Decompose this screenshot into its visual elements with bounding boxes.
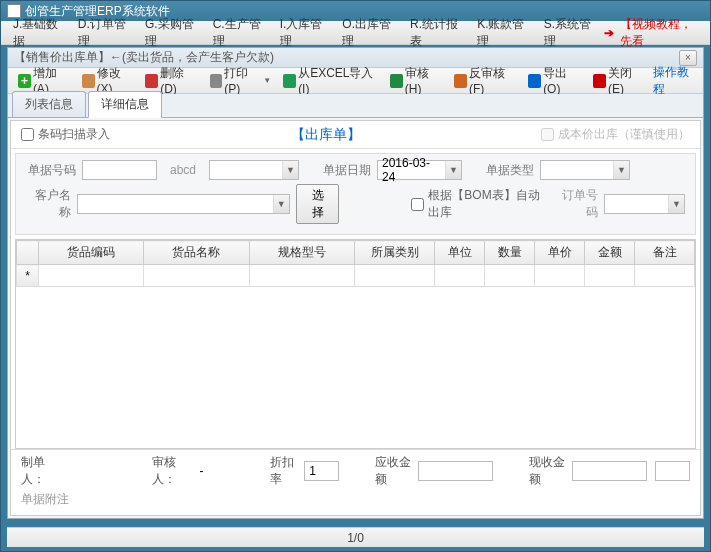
- pencil-icon: [82, 74, 95, 88]
- received-input[interactable]: [572, 461, 647, 481]
- customer-combo[interactable]: ▼: [77, 194, 290, 214]
- chevron-down-icon: ▼: [668, 195, 684, 213]
- document-title: 【出库单】: [110, 126, 541, 144]
- col-product-code[interactable]: 货品编码: [39, 241, 144, 265]
- type-label: 单据类型: [484, 162, 534, 179]
- receivable-input[interactable]: [418, 461, 493, 481]
- close-button[interactable]: 关闭(E): [589, 63, 649, 98]
- tutorial-link[interactable]: 操作教程: [653, 64, 697, 98]
- status-bar: 1/0: [7, 527, 704, 547]
- auditor-value: -: [200, 464, 204, 478]
- col-price[interactable]: 单价: [535, 241, 585, 265]
- printer-icon: [210, 74, 223, 88]
- header-row: 条码扫描录入 【出库单】 成本价出库（谨慎使用）: [11, 121, 700, 149]
- tab-detail-info[interactable]: 详细信息: [88, 91, 162, 118]
- row-header-corner: [17, 241, 39, 265]
- uncheck-icon: [454, 74, 467, 88]
- content-panel: 条码扫描录入 【出库单】 成本价出库（谨慎使用） 单据号码 abcd ▼ 单据日…: [10, 120, 701, 516]
- type-combo[interactable]: ▼: [540, 160, 630, 180]
- date-label: 单据日期: [321, 162, 371, 179]
- cost-checkbox: [541, 128, 554, 141]
- received-label: 现收金额: [529, 454, 568, 488]
- footer-form: 制单人： 审核人：- 折扣率 应收金额 现收金额 单据附注: [11, 449, 700, 515]
- auditor-label: 审核人：: [152, 454, 196, 488]
- barcode-checkbox[interactable]: [21, 128, 34, 141]
- date-picker[interactable]: 2016-03-24▼: [377, 160, 462, 180]
- main-menubar: J.基础数据 D.订单管理 G.采购管理 C.生产管理 I.入库管理 O.出库管…: [1, 21, 710, 45]
- form-area: 单据号码 abcd ▼ 单据日期 2016-03-24▼ 单据类型 ▼ 客户名称…: [15, 153, 696, 235]
- chevron-down-icon: ▼: [445, 161, 461, 179]
- attachment-label: 单据附注: [21, 491, 69, 508]
- col-amount[interactable]: 金额: [585, 241, 635, 265]
- delete-icon: [145, 74, 158, 88]
- data-grid[interactable]: 货品编码 货品名称 规格型号 所属类别 单位 数量 单价 金额 备注: [15, 239, 696, 449]
- tab-list-info[interactable]: 列表信息: [12, 91, 86, 117]
- col-spec[interactable]: 规格型号: [249, 241, 354, 265]
- excel-import-button[interactable]: 从EXCEL导入(I): [279, 63, 382, 98]
- chevron-down-icon: ▼: [273, 195, 289, 213]
- bom-checkbox[interactable]: [411, 198, 424, 211]
- customer-label: 客户名称: [26, 187, 71, 221]
- uncheck-button[interactable]: 反审核(F): [450, 63, 520, 98]
- col-product-name[interactable]: 货品名称: [144, 241, 249, 265]
- doc-no-label: 单据号码: [26, 162, 76, 179]
- creator-label: 制单人：: [21, 454, 60, 488]
- row-marker: *: [17, 265, 39, 287]
- export-button[interactable]: 导出(O): [524, 63, 585, 98]
- doc-no-input[interactable]: [82, 160, 157, 180]
- col-unit[interactable]: 单位: [435, 241, 485, 265]
- extra-input[interactable]: [655, 461, 690, 481]
- export-icon: [528, 74, 541, 88]
- excel-icon: [283, 74, 296, 88]
- table-row[interactable]: *: [17, 265, 695, 287]
- arrow-right-icon: ➔: [602, 26, 616, 40]
- col-remark[interactable]: 备注: [635, 241, 695, 265]
- receivable-label: 应收金额: [375, 454, 414, 488]
- bom-checkbox-label[interactable]: 根据【BOM表】自动出库: [411, 187, 548, 221]
- page-indicator: 1/0: [347, 531, 364, 545]
- discount-label: 折扣率: [270, 454, 301, 488]
- tab-bar: 列表信息 详细信息: [8, 94, 703, 118]
- col-qty[interactable]: 数量: [485, 241, 535, 265]
- col-category[interactable]: 所属类别: [355, 241, 435, 265]
- select-button[interactable]: 选择: [296, 184, 340, 224]
- chevron-down-icon: ▼: [282, 161, 298, 179]
- check-button[interactable]: 审核(H): [386, 63, 446, 98]
- order-no-combo[interactable]: ▼: [604, 194, 685, 214]
- plus-icon: +: [18, 74, 31, 88]
- discount-input[interactable]: [304, 461, 339, 481]
- order-no-label: 订单号码: [555, 187, 598, 221]
- combo1[interactable]: ▼: [209, 160, 299, 180]
- abcd-label: abcd: [163, 163, 203, 177]
- close-icon: [593, 74, 606, 88]
- barcode-checkbox-label[interactable]: 条码扫描录入: [21, 126, 110, 143]
- sub-window: 【销售价出库单】←(卖出货品，会产生客户欠款) × +增加(A) 修改(X) 删…: [7, 47, 704, 519]
- cost-checkbox-label: 成本价出库（谨慎使用）: [541, 126, 690, 143]
- creator-value: [64, 461, 144, 481]
- chevron-down-icon: ▼: [613, 161, 629, 179]
- chevron-down-icon: ▼: [263, 76, 271, 85]
- check-icon: [390, 74, 403, 88]
- print-button[interactable]: 打印(P)▼: [206, 63, 276, 98]
